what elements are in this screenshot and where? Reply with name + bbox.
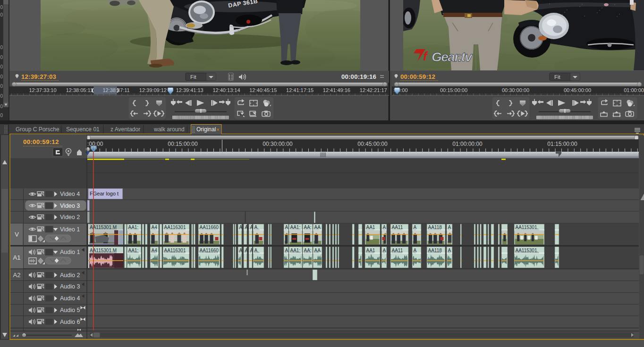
svg-text:00:30:00:00: 00:30:00:00 bbox=[502, 87, 529, 93]
svg-text:12:38:37:11: 12:38:37:11 bbox=[102, 87, 129, 93]
svg-text:AA116301: AA116301 bbox=[164, 248, 186, 253]
svg-text:0: 0 bbox=[0, 74, 3, 79]
svg-text:0: 0 bbox=[0, 93, 3, 99]
svg-text:A4: A4 bbox=[152, 225, 158, 230]
svg-text:12:40:13:14: 12:40:13:14 bbox=[212, 87, 240, 93]
svg-text:Video 2: Video 2 bbox=[60, 214, 80, 220]
svg-text:00:15:00:00: 00:15:00:00 bbox=[440, 87, 467, 93]
svg-text:00:15:00:00: 00:15:00:00 bbox=[168, 141, 198, 147]
svg-text:AA1:: AA1: bbox=[128, 225, 139, 230]
svg-text:A.: A. bbox=[254, 225, 259, 230]
svg-text:Sequence 01: Sequence 01 bbox=[66, 126, 100, 133]
svg-text:0: 0 bbox=[0, 5, 3, 10]
svg-text:A: A bbox=[383, 225, 386, 230]
svg-text:Fit: Fit bbox=[190, 74, 197, 80]
svg-text:AA118: AA118 bbox=[428, 248, 442, 253]
svg-text:00:45:00:00: 00:45:00:00 bbox=[564, 87, 591, 93]
svg-text:A: A bbox=[414, 225, 417, 230]
svg-text:12:39:09:12: 12:39:09:12 bbox=[139, 87, 167, 93]
svg-text:×: × bbox=[216, 127, 220, 133]
svg-text:12:39:41:13: 12:39:41:13 bbox=[176, 87, 203, 93]
svg-text:01:15:00:00: 01:15:00:00 bbox=[547, 141, 577, 147]
svg-text:AA11: AA11 bbox=[392, 248, 403, 253]
svg-text:0: 0 bbox=[0, 113, 3, 118]
svg-text:00:30:00:00: 00:30:00:00 bbox=[263, 141, 293, 147]
svg-text:A: A bbox=[245, 225, 248, 230]
svg-text:A1: A1 bbox=[13, 254, 21, 261]
svg-text:AA116301: AA116301 bbox=[164, 225, 186, 230]
svg-text:0: 0 bbox=[0, 45, 3, 50]
svg-text:V: V bbox=[15, 231, 19, 238]
svg-text:AA11660: AA11660 bbox=[200, 248, 219, 253]
svg-text:Audio 5: Audio 5 bbox=[60, 307, 80, 313]
svg-text:A: A bbox=[448, 225, 451, 230]
svg-text:walk around: walk around bbox=[153, 126, 185, 133]
svg-text:AA1:: AA1: bbox=[128, 248, 139, 253]
svg-text:AA1: AA1 bbox=[366, 225, 375, 230]
svg-text:01:00:00:00: 01:00:00:00 bbox=[452, 141, 483, 147]
svg-text:Gear.tv: Gear.tv bbox=[432, 50, 473, 64]
svg-text:AA1:: AA1: bbox=[290, 225, 301, 230]
svg-text:12:38:05:11: 12:38:05:11 bbox=[66, 87, 93, 93]
svg-text:Group C Porsche: Group C Porsche bbox=[16, 126, 59, 133]
svg-text:A: A bbox=[285, 248, 288, 253]
svg-text:A: A bbox=[239, 225, 243, 230]
svg-text:A: A bbox=[245, 248, 248, 253]
svg-text:z Aventador: z Aventador bbox=[110, 126, 140, 133]
svg-text:AA11660: AA11660 bbox=[200, 225, 219, 230]
svg-text:Fit: Fit bbox=[554, 74, 561, 80]
svg-text:Video 3: Video 3 bbox=[60, 203, 80, 209]
svg-text:12:37:33:10: 12:37:33:10 bbox=[29, 87, 56, 93]
svg-text:0: 0 bbox=[0, 12, 3, 17]
svg-text:AA:: AA: bbox=[304, 225, 312, 230]
svg-text:A: A bbox=[285, 225, 288, 230]
svg-text:A: A bbox=[383, 248, 386, 253]
svg-text:A4: A4 bbox=[152, 248, 158, 253]
svg-text:AA115301.: AA115301. bbox=[516, 248, 539, 253]
svg-text:Audio 1: Audio 1 bbox=[60, 249, 80, 255]
svg-text:Audio 6: Audio 6 bbox=[60, 319, 80, 325]
svg-text:00:45:00:00: 00:45:00:00 bbox=[357, 141, 388, 147]
svg-text:Video 1: Video 1 bbox=[60, 226, 80, 233]
svg-text:AA11: AA11 bbox=[392, 225, 403, 230]
svg-text:Audio 4: Audio 4 bbox=[60, 295, 80, 302]
svg-text:AA1:: AA1: bbox=[290, 248, 301, 253]
svg-text:AA118: AA118 bbox=[428, 225, 442, 230]
svg-text:Video 4: Video 4 bbox=[60, 191, 80, 197]
svg-text:Audio 3: Audio 3 bbox=[60, 283, 80, 290]
svg-text:FGear logo t: FGear logo t bbox=[90, 191, 119, 196]
svg-text:12:41:17:15: 12:41:17:15 bbox=[286, 87, 314, 93]
svg-text:AA115301.: AA115301. bbox=[516, 225, 539, 230]
svg-text:0: 0 bbox=[0, 84, 3, 89]
svg-text:Audio 2: Audio 2 bbox=[60, 272, 80, 279]
svg-text:A: A bbox=[448, 248, 451, 253]
svg-text:12:40:45:15: 12:40:45:15 bbox=[249, 87, 277, 93]
svg-text:AA: AA bbox=[314, 248, 321, 253]
svg-text:12:41:49:16: 12:41:49:16 bbox=[323, 87, 350, 93]
svg-text:A: A bbox=[239, 248, 243, 253]
svg-text:0: 0 bbox=[0, 55, 3, 60]
svg-text:01:00:00: 01:00:00 bbox=[624, 87, 644, 93]
svg-text:A.: A. bbox=[254, 248, 259, 253]
svg-text:0: 0 bbox=[0, 104, 3, 109]
svg-text:00:00:59:12: 00:00:59:12 bbox=[400, 73, 435, 80]
svg-text:AA:: AA: bbox=[304, 248, 312, 253]
svg-text:00:00:19:16: 00:00:19:16 bbox=[341, 73, 376, 80]
svg-text:12:39:27:03: 12:39:27:03 bbox=[21, 73, 56, 80]
svg-text:00:00:59:12: 00:00:59:12 bbox=[23, 138, 59, 145]
svg-text:AA1: AA1 bbox=[366, 248, 375, 253]
svg-text:A2: A2 bbox=[13, 271, 21, 279]
svg-text:A: A bbox=[414, 248, 417, 253]
svg-text:0: 0 bbox=[0, 64, 3, 69]
svg-text:AA: AA bbox=[314, 225, 321, 230]
svg-text:12:42:21:17: 12:42:21:17 bbox=[360, 87, 387, 93]
svg-text:Original: Original bbox=[196, 126, 216, 133]
